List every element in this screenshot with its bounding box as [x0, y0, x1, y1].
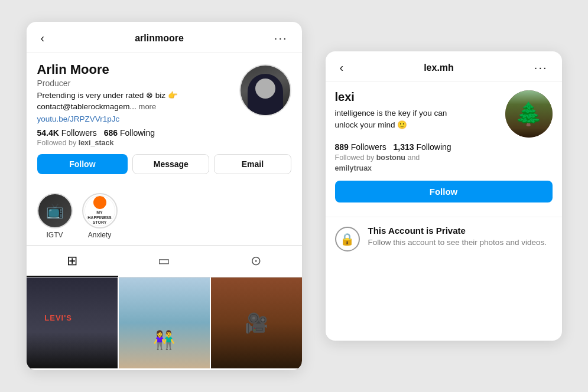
lock-icon: 🔒: [340, 232, 355, 246]
private-account-description: Follow this account to see their photos …: [368, 237, 547, 249]
tagged-icon: ⊙: [251, 253, 261, 269]
right-profile-bio: intelligence is the key if you can unloc…: [335, 107, 471, 130]
happiness-logo: MYHAPPINESSSTORY: [85, 196, 115, 226]
left-followed-by: Followed by lexi_stack: [37, 139, 291, 147]
left-profile-bio: Pretending is very under rated ⊗ biz 👉 c…: [37, 90, 232, 113]
left-following-count: 686 Following: [104, 128, 155, 138]
tab-grid[interactable]: ⊞: [27, 246, 118, 277]
right-profile-name: lexi: [335, 90, 471, 104]
right-back-button[interactable]: ‹: [336, 60, 347, 76]
story-label-anxiety: Anxiety: [88, 231, 111, 239]
right-followed-by-user1[interactable]: bostonu: [376, 153, 405, 162]
photo-cell-1[interactable]: [27, 277, 118, 368]
left-stats-row: 54.4K Followers 686 Following: [37, 128, 291, 138]
happiness-logo-circle: [93, 196, 106, 209]
left-back-button[interactable]: ‹: [37, 30, 48, 46]
right-follow-button[interactable]: Follow: [335, 181, 553, 202]
right-username: lex.mh: [347, 63, 531, 73]
private-text-wrapper: This Account is Private Follow this acco…: [368, 226, 547, 249]
right-profile-card: ‹ lex.mh ··· lexi intelligence is the ke…: [326, 51, 562, 341]
story-circle-igtv: [37, 193, 73, 228]
right-header: ‹ lex.mh ···: [326, 51, 562, 82]
left-email-button[interactable]: Email: [214, 154, 291, 174]
left-profile-title: Producer: [37, 79, 232, 88]
left-tab-bar: ⊞ ▭ ⊙: [27, 246, 302, 277]
left-profile-card: ‹ arlinmoore ··· Arlin Moore Producer Pr…: [27, 22, 302, 370]
left-profile-top: Arlin Moore Producer Pretending is very …: [37, 62, 291, 128]
left-more-options-button[interactable]: ···: [271, 30, 291, 46]
left-photos-grid: [27, 277, 302, 370]
lock-icon-wrapper: 🔒: [335, 227, 360, 251]
left-action-buttons: Follow Message Email: [37, 154, 291, 174]
bio-more-link[interactable]: more: [139, 102, 157, 111]
left-header: ‹ arlinmoore ···: [27, 22, 302, 53]
left-profile-info: Arlin Moore Producer Pretending is very …: [37, 62, 232, 128]
left-followed-by-user[interactable]: lexi_stack: [79, 139, 114, 147]
private-account-title: This Account is Private: [368, 226, 547, 236]
story-circle-anxiety: MYHAPPINESSSTORY: [82, 193, 118, 228]
tab-tagged[interactable]: ⊙: [210, 246, 301, 277]
story-item-igtv[interactable]: IGTV: [37, 193, 73, 239]
tab-reels[interactable]: ▭: [118, 246, 210, 277]
story-item-anxiety[interactable]: MYHAPPINESSSTORY Anxiety: [82, 193, 118, 239]
right-profile-top: lexi intelligence is the key if you can …: [335, 90, 553, 138]
right-profile-info: lexi intelligence is the key if you can …: [335, 90, 471, 136]
grid-icon: ⊞: [67, 253, 77, 269]
anxiety-story-inner: MYHAPPINESSSTORY: [85, 195, 115, 226]
right-followed-by: Followed by bostonu andemilytruax: [335, 153, 553, 174]
photo-cell-2[interactable]: [119, 277, 210, 368]
story-label-igtv: IGTV: [46, 231, 63, 239]
left-message-button[interactable]: Message: [132, 154, 209, 174]
left-follow-button[interactable]: Follow: [37, 154, 128, 174]
right-stats-row: 889 Followers 1,313 Following: [335, 142, 553, 152]
happiness-logo-text: MYHAPPINESSSTORY: [87, 210, 111, 225]
left-profile-section: Arlin Moore Producer Pretending is very …: [27, 53, 302, 188]
left-avatar-image: [241, 66, 290, 115]
left-profile-name: Arlin Moore: [37, 62, 232, 77]
right-followed-by-user2[interactable]: emilytruax: [335, 164, 372, 172]
photo-cell-3[interactable]: [211, 277, 302, 368]
right-profile-section: lexi intelligence is the key if you can …: [326, 82, 562, 217]
right-more-options-button[interactable]: ···: [531, 60, 551, 76]
left-profile-link[interactable]: youtu.be/JRPZVVr1pJc: [37, 115, 232, 123]
reels-icon: ▭: [158, 253, 170, 269]
left-username: arlinmoore: [48, 33, 271, 44]
left-followers-count: 54.4K Followers: [37, 128, 97, 138]
left-stories-row: IGTV MYHAPPINESSSTORY Anxiety: [27, 188, 302, 246]
left-avatar: [239, 64, 291, 116]
private-notice: 🔒 This Account is Private Follow this ac…: [326, 217, 562, 260]
right-avatar: [505, 90, 553, 138]
